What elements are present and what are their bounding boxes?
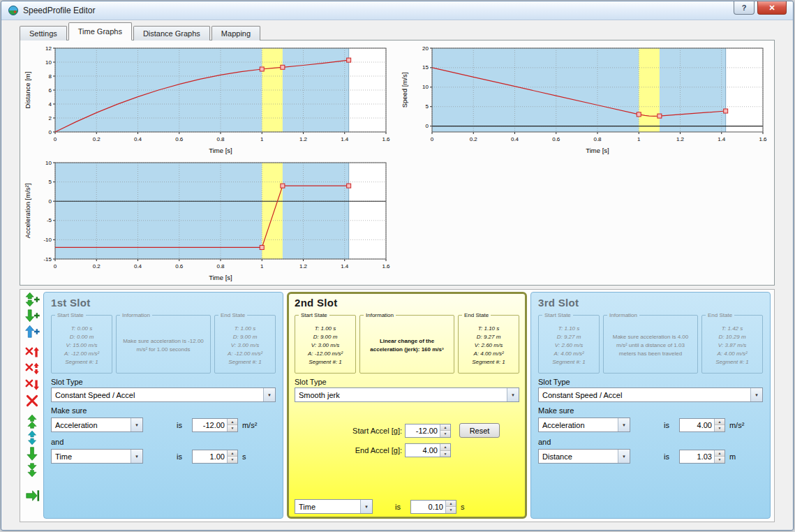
help-button[interactable]: ? (734, 1, 755, 15)
time-graphs-panel: 00.20.40.60.811.21.41.6024681012Time [s]… (20, 40, 775, 286)
slot-panel-3rd[interactable]: 3rd Slot Start State T: 1.10 s D: 9.27 m… (530, 292, 771, 519)
start-state-label: Start State (299, 312, 329, 318)
svg-text:10: 10 (45, 59, 52, 66)
spin-up-button[interactable]: ▲ (228, 419, 237, 425)
run-profile-button[interactable] (23, 487, 41, 503)
constraint1-value-input[interactable]: -12.00 ▲ ▼ (192, 418, 238, 432)
slot-title: 1st Slot (51, 297, 276, 309)
duration-param-select[interactable]: Time ▼ (295, 499, 373, 514)
chevron-down-icon[interactable]: ▼ (618, 450, 630, 463)
unit-label: m/s² (729, 421, 744, 429)
start-state-values: T: 1.00 s D: 9.00 m V: 3.00 m/s A: -12.0… (297, 319, 354, 371)
is-label: is (395, 503, 401, 511)
svg-text:1.6: 1.6 (382, 136, 390, 142)
app-icon (8, 5, 19, 16)
add-slot-up-button[interactable] (23, 291, 41, 307)
tab-settings[interactable]: Settings (20, 26, 67, 40)
end-state-group: End State T: 1.10 s D: 9.27 m V: 2.60 m/… (458, 312, 519, 374)
information-text: Make sure acceleration is 4.00 m/s² unti… (605, 319, 696, 371)
spin-down-button[interactable]: ▼ (715, 456, 725, 463)
slot-type-select[interactable]: Smooth jerk ▼ (295, 387, 519, 402)
constraint2-value-input[interactable]: 1.03 ▲ ▼ (679, 450, 725, 464)
swap-slot-down-button[interactable] (23, 445, 41, 461)
speedprofile-editor-window: SpeedProfile Editor ? ✕ Settings Time Gr… (1, 1, 794, 531)
spin-down-button[interactable]: ▼ (715, 424, 725, 431)
svg-text:0.4: 0.4 (511, 136, 519, 142)
swap-slot-up-icon (24, 430, 40, 445)
close-button[interactable]: ✕ (757, 1, 787, 15)
chevron-down-icon[interactable]: ▼ (131, 450, 142, 463)
slot-type-label: Slot Type (51, 378, 276, 386)
move-slot-last-button[interactable] (23, 461, 41, 478)
spin-down-button[interactable]: ▼ (440, 450, 450, 457)
delete-slot-below-button[interactable] (23, 376, 41, 392)
spin-down-button[interactable]: ▼ (228, 424, 237, 431)
spin-up-button[interactable]: ▲ (715, 419, 725, 425)
add-slot-down-button[interactable] (23, 307, 41, 323)
svg-text:8: 8 (49, 73, 52, 80)
delete-slots-below-button[interactable] (23, 392, 41, 408)
svg-text:0: 0 (426, 123, 429, 129)
spin-down-button[interactable]: ▼ (440, 430, 450, 437)
reset-button[interactable]: Reset (459, 423, 500, 438)
acceleration-time-chart[interactable]: 00.20.40.60.811.21.41.6-15-10-50510Time … (23, 158, 396, 282)
end-accel-input[interactable]: 4.00 ▲ ▼ (405, 443, 451, 457)
svg-text:0.6: 0.6 (552, 136, 560, 142)
start-state-label: Start State (55, 312, 86, 318)
constraint2-value-input[interactable]: 1.00 ▲ ▼ (192, 450, 238, 464)
constraint1-value-input[interactable]: 4.00 ▲ ▼ (679, 418, 725, 432)
spin-up-button[interactable]: ▲ (228, 450, 237, 457)
svg-text:0: 0 (431, 136, 434, 142)
svg-text:2: 2 (49, 115, 52, 121)
chevron-down-icon[interactable]: ▼ (360, 500, 372, 513)
chevron-down-icon[interactable]: ▼ (131, 418, 142, 431)
spin-down-button[interactable]: ▼ (446, 506, 456, 513)
chevron-down-icon[interactable]: ▼ (618, 418, 630, 431)
chevron-down-icon[interactable]: ▼ (750, 388, 762, 401)
constraint1-param-select[interactable]: Acceleration ▼ (51, 418, 143, 432)
svg-text:0.6: 0.6 (175, 263, 184, 269)
tab-distance-graphs[interactable]: Distance Graphs (133, 26, 210, 40)
svg-text:5: 5 (426, 103, 429, 110)
chevron-down-icon[interactable]: ▼ (507, 388, 519, 401)
end-state-label: End State (706, 312, 734, 318)
swap-slot-up-button[interactable] (23, 429, 41, 445)
add-slot-down-icon (24, 308, 40, 323)
spin-up-button[interactable]: ▲ (440, 444, 450, 450)
move-slot-first-button[interactable] (23, 413, 41, 429)
svg-text:1.6: 1.6 (382, 263, 390, 269)
slot-type-select[interactable]: Constant Speed / Accel ▼ (538, 387, 763, 402)
svg-text:0.4: 0.4 (134, 263, 142, 269)
constraint2-param-select[interactable]: Distance ▼ (538, 449, 630, 464)
delete-slot-above-button[interactable] (23, 360, 41, 376)
unit-label: m (729, 452, 736, 461)
spin-up-button[interactable]: ▲ (440, 424, 450, 431)
svg-text:-5: -5 (47, 217, 52, 223)
constraint2-param-select[interactable]: Time ▼ (51, 449, 143, 464)
svg-text:0.2: 0.2 (93, 263, 101, 269)
move-slot-first-icon (24, 414, 40, 429)
titlebar[interactable]: SpeedProfile Editor ? ✕ (1, 1, 793, 20)
delete-slots-above-button[interactable] (23, 344, 41, 360)
svg-text:1.6: 1.6 (759, 136, 767, 142)
tab-time-graphs[interactable]: Time Graphs (68, 22, 132, 40)
svg-text:Distance [m]: Distance [m] (24, 72, 31, 109)
distance-time-chart[interactable]: 00.20.40.60.811.21.41.6024681012Time [s]… (23, 43, 396, 155)
slot-panel-2nd[interactable]: 2nd Slot Start State T: 1.00 s D: 9.00 m… (287, 292, 527, 519)
slot-panel-1st[interactable]: 1st Slot Start State T: 0.00 s D: 0.00 m… (43, 292, 283, 519)
constraint1-param-select[interactable]: Acceleration ▼ (538, 418, 630, 432)
tab-mapping[interactable]: Mapping (211, 26, 260, 40)
speed-time-chart[interactable]: 00.20.40.60.811.21.41.605101520Time [s]S… (400, 43, 773, 155)
start-accel-input[interactable]: -12.00 ▲ ▼ (405, 424, 451, 438)
spin-up-button[interactable]: ▲ (446, 501, 456, 507)
chevron-down-icon[interactable]: ▼ (263, 388, 275, 401)
make-sure-label: Make sure (538, 406, 763, 415)
insert-slot-button[interactable] (23, 323, 41, 339)
start-state-label: Start State (542, 312, 573, 318)
information-text: Linear change of the acceleration (jerk)… (362, 319, 452, 371)
spin-up-button[interactable]: ▲ (715, 450, 725, 457)
duration-value-input[interactable]: 0.10 ▲ ▼ (410, 500, 456, 514)
slot-type-select[interactable]: Constant Speed / Accel ▼ (51, 387, 276, 402)
svg-text:10: 10 (45, 160, 52, 166)
spin-down-button[interactable]: ▼ (228, 456, 237, 463)
